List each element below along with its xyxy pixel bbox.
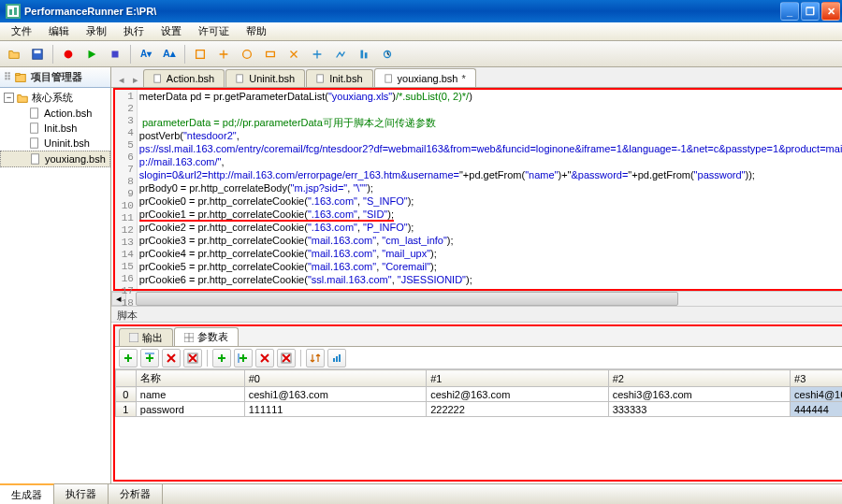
file-icon bbox=[29, 152, 42, 166]
project-tree[interactable]: − 核心系统 Action.bsh Init.bsh Uninit.bsh yo… bbox=[0, 88, 110, 483]
col-0[interactable]: #0 bbox=[244, 370, 426, 387]
record-icon[interactable] bbox=[58, 44, 79, 65]
cell[interactable]: 111111 bbox=[244, 402, 426, 417]
svg-rect-2 bbox=[9, 9, 12, 15]
stop-icon[interactable] bbox=[105, 44, 125, 65]
menu-license[interactable]: 许可证 bbox=[191, 22, 237, 40]
cell[interactable]: ceshi1@163.com bbox=[244, 387, 426, 402]
sidebar-title: 项目管理器 bbox=[31, 70, 82, 84]
bottom-tabs: 输出 参数表 bbox=[115, 326, 842, 347]
code-editor[interactable]: 123456789101112131415161718 meterData pd… bbox=[113, 88, 842, 291]
bottom-panel: 输出 参数表 名称 bbox=[113, 324, 842, 482]
save-icon[interactable] bbox=[27, 44, 48, 65]
file-icon bbox=[385, 74, 394, 83]
tab-uninit[interactable]: Uninit.bsh bbox=[225, 69, 305, 87]
menubar: 文件 编辑 录制 执行 设置 许可证 帮助 bbox=[0, 22, 842, 41]
row-index[interactable]: 1 bbox=[115, 402, 136, 417]
clear-rows-icon[interactable] bbox=[183, 349, 202, 367]
tree-file-action[interactable]: Action.bsh bbox=[0, 106, 110, 121]
mode-generator[interactable]: 生成器 bbox=[0, 483, 54, 504]
tab-init[interactable]: Init.bsh bbox=[306, 69, 372, 87]
menu-settings[interactable]: 设置 bbox=[153, 22, 189, 40]
menu-edit[interactable]: 编辑 bbox=[41, 22, 77, 40]
font-size-down-icon[interactable]: A▾ bbox=[136, 44, 156, 65]
mode-runner[interactable]: 执行器 bbox=[54, 484, 109, 504]
grid-corner bbox=[115, 370, 136, 387]
grid-row[interactable]: 1 password 111111 222222 333333 444444 bbox=[115, 402, 842, 417]
add-row-icon[interactable] bbox=[119, 349, 138, 367]
script-label: 脚本 bbox=[111, 306, 842, 323]
collapse-icon[interactable]: − bbox=[4, 93, 14, 103]
cell[interactable]: 333333 bbox=[608, 402, 790, 417]
grid-row[interactable]: 0 name ceshi1@163.com ceshi2@163.com ces… bbox=[115, 387, 842, 402]
scroll-thumb[interactable] bbox=[136, 292, 678, 306]
cell-name[interactable]: password bbox=[136, 402, 244, 417]
menu-file[interactable]: 文件 bbox=[4, 22, 39, 40]
main-toolbar: A▾ A▴ bbox=[0, 41, 842, 67]
cell-highlighted[interactable]: 444444 bbox=[791, 402, 842, 417]
insert-row-icon[interactable] bbox=[140, 349, 159, 367]
action8-icon[interactable] bbox=[354, 44, 374, 65]
maximize-button[interactable]: ❐ bbox=[801, 2, 820, 21]
grid-header-row: 名称 #0 #1 #2 #3 bbox=[115, 370, 842, 387]
tab-action[interactable]: Action.bsh bbox=[143, 69, 225, 87]
action9-icon[interactable] bbox=[377, 44, 398, 65]
code-content[interactable]: meterData pd = pr.getParameterDataList("… bbox=[138, 90, 842, 289]
action2-icon[interactable] bbox=[213, 44, 234, 65]
action4-icon[interactable] bbox=[260, 44, 281, 65]
file-icon bbox=[28, 107, 41, 120]
tab-next-icon[interactable]: ▸ bbox=[129, 72, 142, 87]
play-icon[interactable] bbox=[81, 44, 102, 65]
project-icon bbox=[14, 71, 27, 84]
tree-file-init[interactable]: Init.bsh bbox=[0, 121, 110, 136]
clear-cols-icon[interactable] bbox=[277, 349, 296, 367]
cell-highlighted[interactable]: ceshi4@163.com bbox=[791, 387, 842, 402]
param-grid[interactable]: 名称 #0 #1 #2 #3 0 name ceshi1@163.com ces… bbox=[115, 369, 842, 417]
row-index[interactable]: 0 bbox=[115, 387, 136, 402]
tab-params[interactable]: 参数表 bbox=[174, 327, 239, 346]
action5-icon[interactable] bbox=[283, 44, 304, 65]
action3-icon[interactable] bbox=[237, 44, 257, 65]
cell-name[interactable]: name bbox=[136, 387, 244, 402]
svg-rect-23 bbox=[129, 333, 138, 342]
tab-prev-icon[interactable]: ◂ bbox=[115, 72, 128, 87]
font-size-up-icon[interactable]: A▴ bbox=[159, 44, 180, 65]
insert-col-icon[interactable] bbox=[234, 349, 253, 367]
mode-analyzer[interactable]: 分析器 bbox=[109, 484, 163, 504]
svg-rect-22 bbox=[385, 74, 391, 81]
action1-icon[interactable] bbox=[190, 44, 210, 65]
svg-rect-10 bbox=[361, 50, 364, 58]
col-1[interactable]: #1 bbox=[427, 370, 608, 387]
delete-col-icon[interactable] bbox=[255, 349, 274, 367]
svg-rect-29 bbox=[339, 354, 341, 362]
svg-point-9 bbox=[243, 50, 252, 58]
action6-icon[interactable] bbox=[307, 44, 327, 65]
col-name[interactable]: 名称 bbox=[136, 370, 244, 387]
file-icon bbox=[28, 137, 41, 150]
tab-youxiang[interactable]: youxiang.bsh* bbox=[374, 68, 476, 87]
tree-file-uninit[interactable]: Uninit.bsh bbox=[0, 136, 110, 151]
svg-rect-21 bbox=[317, 75, 324, 82]
cell[interactable]: ceshi3@163.com bbox=[608, 387, 790, 402]
project-sidebar: ⠿ 项目管理器 − 核心系统 Action.bsh Init.bsh Unini… bbox=[0, 67, 111, 483]
menu-run[interactable]: 执行 bbox=[116, 22, 152, 40]
cell[interactable]: ceshi2@163.com bbox=[427, 387, 608, 402]
menu-record[interactable]: 录制 bbox=[79, 22, 114, 40]
sort-icon[interactable] bbox=[306, 349, 325, 367]
open-icon[interactable] bbox=[4, 44, 24, 65]
cell[interactable]: 222222 bbox=[427, 402, 608, 417]
menu-help[interactable]: 帮助 bbox=[239, 22, 274, 40]
col-2[interactable]: #2 bbox=[608, 370, 790, 387]
tree-file-youxiang[interactable]: youxiang.bsh bbox=[0, 151, 110, 167]
chart-icon[interactable] bbox=[327, 349, 346, 367]
close-button[interactable]: ✕ bbox=[821, 2, 840, 21]
delete-row-icon[interactable] bbox=[162, 349, 181, 367]
action7-icon[interactable] bbox=[330, 44, 351, 65]
minimize-button[interactable]: _ bbox=[780, 2, 799, 21]
col-3[interactable]: #3 bbox=[791, 370, 842, 387]
param-grid-wrap[interactable]: 名称 #0 #1 #2 #3 0 name ceshi1@163.com ces… bbox=[115, 369, 842, 480]
tree-root[interactable]: − 核心系统 bbox=[0, 90, 110, 106]
add-col-icon[interactable] bbox=[212, 349, 231, 367]
editor-h-scrollbar[interactable]: ◂ ▸ bbox=[111, 291, 842, 306]
tab-output[interactable]: 输出 bbox=[119, 328, 173, 346]
